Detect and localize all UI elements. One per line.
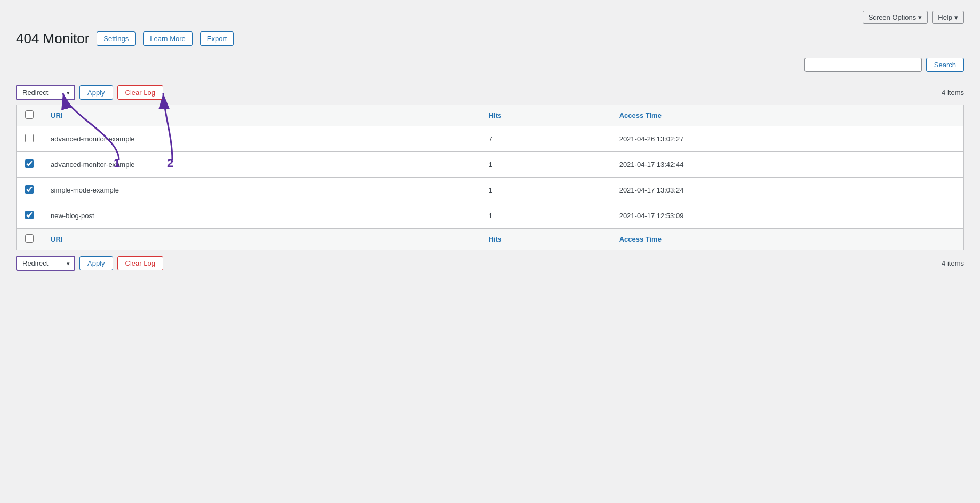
- screen-options-button[interactable]: Screen Options ▾: [863, 11, 928, 24]
- header-checkbox-cell: [17, 105, 42, 126]
- row-checkbox-3[interactable]: [25, 211, 34, 219]
- apply-button-bottom[interactable]: Apply: [79, 256, 113, 270]
- header-uri[interactable]: URI: [42, 105, 480, 126]
- select-all-checkbox[interactable]: [25, 110, 34, 119]
- redirect-select[interactable]: Redirect No Redirect: [17, 86, 74, 99]
- row-access-time: 2021-04-17 13:42:44: [611, 152, 963, 178]
- row-checkbox-cell: [17, 203, 42, 229]
- row-uri: simple-mode-example: [42, 178, 480, 203]
- data-table: URI Hits Access Time advanced-monitor-ex…: [16, 105, 964, 250]
- row-hits: 1: [480, 152, 611, 178]
- footer-hits[interactable]: Hits: [480, 229, 611, 250]
- items-count-top: 4 items: [942, 89, 964, 97]
- table-row: advanced-monitor-example12021-04-17 13:4…: [17, 152, 963, 178]
- page-wrapper: Screen Options ▾ Help ▾ 404 Monitor Sett…: [0, 0, 980, 503]
- search-row: Search: [16, 58, 964, 72]
- row-checkbox-cell: [17, 126, 42, 152]
- redirect-select-wrapper[interactable]: Redirect No Redirect ▾: [16, 85, 75, 100]
- learn-more-button[interactable]: Learn More: [143, 31, 192, 46]
- footer-uri[interactable]: URI: [42, 229, 480, 250]
- table-row: simple-mode-example12021-04-17 13:03:24: [17, 178, 963, 203]
- table-header-row: URI Hits Access Time: [17, 105, 963, 126]
- row-checkbox-0[interactable]: [25, 134, 34, 142]
- row-uri: advanced-monitor-example: [42, 152, 480, 178]
- header-access-time[interactable]: Access Time: [611, 105, 963, 126]
- footer-access-time[interactable]: Access Time: [611, 229, 963, 250]
- row-checkbox-1[interactable]: [25, 159, 34, 168]
- bottom-toolbar: Redirect No Redirect ▾ Apply Clear Log 4…: [16, 250, 964, 274]
- export-button[interactable]: Export: [200, 31, 234, 46]
- row-hits: 7: [480, 126, 611, 152]
- page-header: 404 Monitor Settings Learn More Export: [16, 30, 964, 47]
- screen-options-label: Screen Options: [869, 13, 917, 21]
- items-count-bottom: 4 items: [942, 259, 964, 267]
- row-hits: 1: [480, 178, 611, 203]
- header-hits[interactable]: Hits: [480, 105, 611, 126]
- row-hits: 1: [480, 203, 611, 229]
- help-chevron-icon: ▾: [954, 13, 958, 21]
- clear-log-button-bottom[interactable]: Clear Log: [117, 256, 163, 270]
- settings-button[interactable]: Settings: [97, 31, 136, 46]
- row-access-time: 2021-04-26 13:02:27: [611, 126, 963, 152]
- screen-options-chevron-icon: ▾: [918, 13, 922, 21]
- search-button[interactable]: Search: [926, 58, 964, 72]
- table-row: advanced-monitor-example72021-04-26 13:0…: [17, 126, 963, 152]
- row-uri: new-blog-post: [42, 203, 480, 229]
- row-checkbox-2[interactable]: [25, 185, 34, 194]
- top-bar: Screen Options ▾ Help ▾: [16, 11, 964, 24]
- table-footer-row: URI Hits Access Time: [17, 229, 963, 250]
- row-checkbox-cell: [17, 178, 42, 203]
- redirect-select-bottom-wrapper[interactable]: Redirect No Redirect ▾: [16, 256, 75, 271]
- redirect-select-bottom[interactable]: Redirect No Redirect: [17, 257, 74, 270]
- apply-button-top[interactable]: Apply: [79, 85, 113, 100]
- row-uri: advanced-monitor-example: [42, 126, 480, 152]
- select-all-footer-checkbox[interactable]: [25, 234, 34, 243]
- table-row: new-blog-post12021-04-17 12:53:09: [17, 203, 963, 229]
- top-toolbar: Redirect No Redirect ▾ Apply Clear Log 4…: [16, 81, 964, 105]
- clear-log-button-top[interactable]: Clear Log: [117, 85, 163, 100]
- page-title: 404 Monitor: [16, 30, 89, 47]
- help-button[interactable]: Help ▾: [932, 11, 964, 24]
- row-access-time: 2021-04-17 13:03:24: [611, 178, 963, 203]
- row-checkbox-cell: [17, 152, 42, 178]
- search-input[interactable]: [804, 58, 922, 72]
- row-access-time: 2021-04-17 12:53:09: [611, 203, 963, 229]
- help-label: Help: [938, 13, 952, 21]
- footer-checkbox-cell: [17, 229, 42, 250]
